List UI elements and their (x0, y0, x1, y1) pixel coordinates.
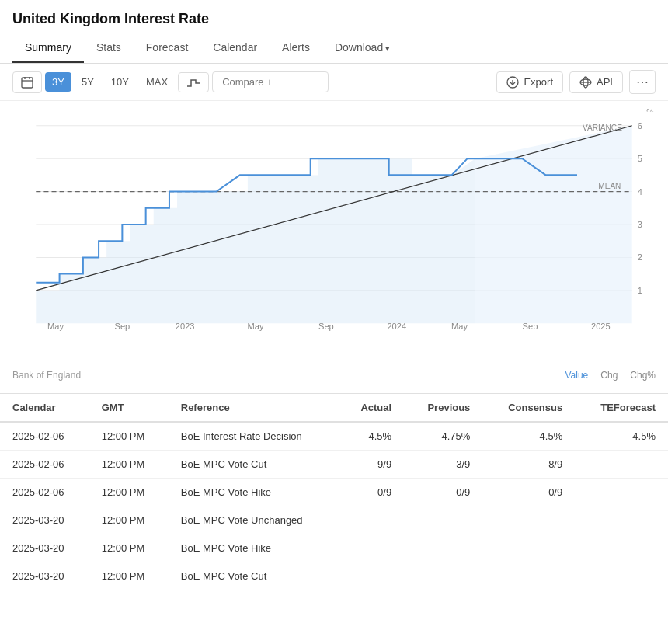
compare-input[interactable] (212, 71, 329, 92)
tab-alerts[interactable]: Alerts (270, 33, 322, 63)
cell-consensus: 8/9 (482, 451, 575, 479)
tab-download[interactable]: Download (322, 33, 402, 63)
cell-teforecast (575, 562, 668, 590)
tab-calendar[interactable]: Calendar (200, 33, 270, 63)
cell-actual (339, 562, 405, 590)
svg-text:May: May (248, 322, 264, 331)
table-row[interactable]: 2025-03-20 12:00 PM BoE MPC Vote Cut (0, 562, 668, 590)
svg-text:6: 6 (638, 121, 642, 131)
more-button[interactable]: ⋯ (629, 70, 656, 94)
col-previous: Previous (404, 394, 482, 422)
svg-text:5: 5 (638, 154, 642, 163)
cell-consensus (482, 534, 575, 562)
svg-text:Sep: Sep (523, 322, 538, 331)
cell-reference: BoE MPC Vote Hike (169, 534, 339, 562)
cell-previous: 0/9 (404, 479, 482, 506)
tab-stats[interactable]: Stats (84, 33, 134, 63)
svg-text:1: 1 (638, 286, 642, 295)
period-3y[interactable]: 3Y (45, 72, 71, 92)
svg-text:VARIANCE: VARIANCE (583, 124, 622, 132)
chart-svg-container: 1 2 3 4 5 6 VARIANCE MEAN May (12, 109, 656, 342)
cell-teforecast: 4.5% (575, 422, 668, 451)
nav-tabs: Summary Stats Forecast Calendar Alerts D… (0, 33, 668, 64)
cell-gmt: 12:00 PM (89, 506, 169, 534)
table-row[interactable]: 2025-03-20 12:00 PM BoE MPC Vote Unchang… (0, 506, 668, 534)
cell-gmt: 12:00 PM (89, 562, 169, 590)
export-button[interactable]: Export (496, 71, 563, 93)
cell-actual (339, 506, 405, 534)
cell-reference: BoE Interest Rate Decision (169, 422, 339, 451)
cell-calendar: 2025-02-06 (0, 451, 89, 479)
linear-scale-icon (186, 77, 200, 88)
cell-gmt: 12:00 PM (89, 534, 169, 562)
cell-gmt: 12:00 PM (89, 479, 169, 506)
cell-previous: 4.75% (404, 422, 482, 451)
svg-text:4: 4 (638, 187, 642, 197)
table-header-row: Calendar GMT Reference Actual Previous C… (0, 394, 668, 422)
api-button[interactable]: API (569, 71, 623, 93)
cell-actual: 0/9 (339, 479, 405, 506)
table-section: Calendar GMT Reference Actual Previous C… (0, 393, 668, 590)
cell-previous (404, 506, 482, 534)
cell-consensus (482, 562, 575, 590)
export-label: Export (524, 76, 553, 88)
cell-actual: 4.5% (339, 422, 405, 451)
calendar-icon (21, 76, 33, 89)
table-row[interactable]: 2025-02-06 12:00 PM BoE MPC Vote Cut 9/9… (0, 451, 668, 479)
svg-text:2023: 2023 (176, 322, 195, 331)
cell-reference: BoE MPC Vote Cut (169, 451, 339, 479)
table-row[interactable]: 2025-02-06 12:00 PM BoE MPC Vote Hike 0/… (0, 479, 668, 506)
table-row[interactable]: 2025-02-06 12:00 PM BoE Interest Rate De… (0, 422, 668, 451)
svg-text:2024: 2024 (387, 322, 406, 331)
cell-actual (339, 534, 405, 562)
data-table: Calendar GMT Reference Actual Previous C… (0, 394, 668, 590)
table-row[interactable]: 2025-03-20 12:00 PM BoE MPC Vote Hike (0, 534, 668, 562)
cell-teforecast (575, 534, 668, 562)
col-reference: Reference (169, 394, 339, 422)
linear-scale-button[interactable] (178, 72, 209, 92)
svg-text:Sep: Sep (318, 322, 334, 331)
period-5y[interactable]: 5Y (75, 72, 101, 92)
chart-footer-right: Value Chg Chg% (565, 370, 656, 381)
svg-text:Sep: Sep (114, 322, 130, 331)
cell-teforecast (575, 506, 668, 534)
period-10y[interactable]: 10Y (104, 72, 136, 92)
period-max[interactable]: MAX (139, 72, 175, 92)
cell-reference: BoE MPC Vote Cut (169, 562, 339, 590)
cell-previous (404, 534, 482, 562)
api-icon (579, 76, 592, 89)
chart-area: % 1 2 3 4 5 6 (0, 101, 668, 365)
cell-calendar: 2025-03-20 (0, 534, 89, 562)
col-gmt: GMT (89, 394, 169, 422)
cell-reference: BoE MPC Vote Hike (169, 479, 339, 506)
cell-consensus: 4.5% (482, 422, 575, 451)
tab-forecast[interactable]: Forecast (134, 33, 200, 63)
col-teforecast: TEForecast (575, 394, 668, 422)
col-calendar: Calendar (0, 394, 89, 422)
svg-text:2025: 2025 (591, 322, 611, 331)
cell-calendar: 2025-02-06 (0, 479, 89, 506)
chg-label: Chg (600, 370, 618, 381)
cell-consensus: 0/9 (482, 479, 575, 506)
calendar-button[interactable] (12, 71, 42, 93)
svg-text:May: May (451, 322, 468, 331)
col-actual: Actual (339, 394, 405, 422)
api-label: API (597, 76, 613, 88)
chart-footer: Bank of England Value Chg Chg% (0, 365, 668, 387)
svg-text:2: 2 (638, 252, 642, 262)
tab-summary[interactable]: Summary (12, 33, 84, 63)
cell-gmt: 12:00 PM (89, 422, 169, 451)
cell-previous: 3/9 (404, 451, 482, 479)
col-consensus: Consensus (482, 394, 575, 422)
cell-consensus (482, 506, 575, 534)
chart-source: Bank of England (12, 370, 81, 381)
cell-gmt: 12:00 PM (89, 451, 169, 479)
toolbar: 3Y 5Y 10Y MAX Export API ⋯ (0, 64, 668, 101)
value-link[interactable]: Value (565, 370, 588, 381)
svg-text:3: 3 (638, 220, 642, 229)
svg-text:May: May (47, 322, 64, 331)
svg-text:MEAN: MEAN (598, 182, 621, 190)
cell-calendar: 2025-03-20 (0, 562, 89, 590)
svg-rect-0 (22, 78, 33, 88)
cell-teforecast (575, 451, 668, 479)
